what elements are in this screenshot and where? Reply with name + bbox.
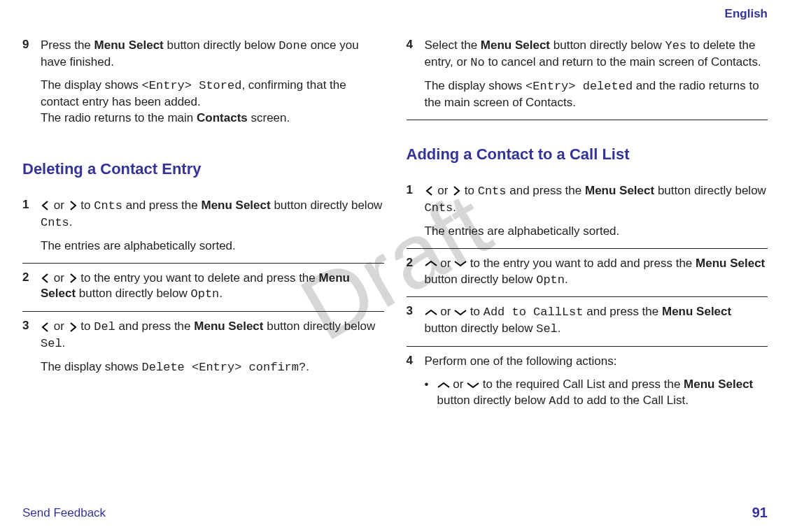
step-text: or to the entry you want to delete and p…: [41, 271, 384, 303]
step-result: The display shows <Entry> Stored, confir…: [41, 78, 384, 127]
down-arrow-icon: [467, 382, 479, 389]
bullet-text: or to the required Call List and press t…: [437, 377, 768, 410]
right-arrow-icon: [68, 201, 78, 210]
right-arrow-icon: [68, 322, 78, 332]
left-arrow-icon: [41, 273, 50, 283]
left-arrow-icon: [425, 186, 435, 196]
step-result: The display shows Delete <Entry> confirm…: [41, 359, 384, 376]
heading-adding: Adding a Contact to a Call List: [407, 145, 768, 164]
right-arrow-icon: [451, 186, 461, 196]
step-number: 3: [22, 319, 41, 376]
bullet: •: [425, 377, 437, 393]
right-arrow-icon: [68, 273, 78, 283]
up-arrow-icon: [425, 309, 437, 316]
left-arrow-icon: [41, 201, 50, 210]
heading-deleting: Deleting a Contact Entry: [22, 160, 384, 178]
step-text: Press the Menu Select button directly be…: [41, 38, 384, 71]
step-text: Perform one of the following actions:: [425, 354, 768, 370]
step-text: or to Cnts and press the Menu Select but…: [425, 183, 768, 217]
down-arrow-icon: [454, 309, 467, 316]
step-result: The display shows <Entry> deleted and th…: [425, 78, 768, 111]
step-text: or to Del and press the Menu Select butt…: [41, 319, 384, 352]
step-text: or to Cnts and press the Menu Select but…: [41, 198, 384, 231]
step-number: 9: [22, 38, 41, 127]
language-label: English: [22, 7, 768, 21]
step-text: Select the Menu Select button directly b…: [425, 38, 768, 71]
step-number: 4: [407, 38, 425, 111]
step-number: 1: [407, 183, 425, 240]
step-number: 1: [22, 198, 41, 254]
step-number: 2: [22, 271, 41, 303]
down-arrow-icon: [454, 260, 467, 267]
step-result: The entries are alphabetically sorted.: [425, 224, 768, 240]
step-result: The entries are alphabetically sorted.: [41, 238, 384, 254]
left-arrow-icon: [41, 322, 50, 332]
step-number: 2: [407, 256, 425, 289]
up-arrow-icon: [425, 260, 437, 267]
step-text: or to Add to CallLst and press the Menu …: [425, 304, 768, 338]
step-text: or to the entry you want to add and pres…: [425, 256, 768, 289]
up-arrow-icon: [437, 382, 450, 389]
send-feedback-link[interactable]: Send Feedback: [22, 506, 106, 520]
page-number: 91: [752, 505, 768, 521]
step-number: 4: [407, 354, 425, 410]
step-number: 3: [407, 304, 425, 338]
